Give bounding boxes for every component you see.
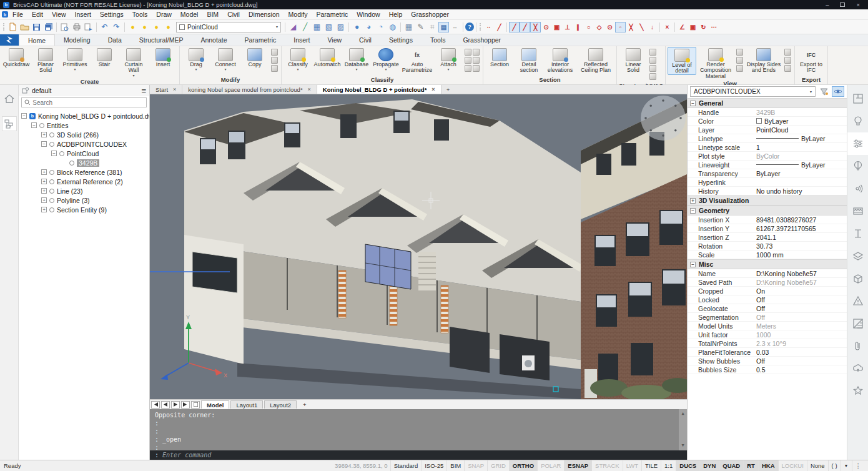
panel-components-icon[interactable] bbox=[847, 267, 868, 290]
tree-node-block-reference[interactable]: +Block Reference (381) bbox=[21, 167, 149, 177]
menu-bim[interactable]: BIM bbox=[202, 10, 223, 19]
expand-icon[interactable]: + bbox=[41, 207, 47, 212]
ribbon-button-auto-parametrize[interactable]: fxAuto Parametrize bbox=[401, 47, 433, 74]
layer-on-off-icon[interactable]: ● bbox=[127, 21, 139, 33]
menu-dimension[interactable]: Dimension bbox=[244, 10, 284, 19]
status-lwt[interactable]: LWT bbox=[623, 460, 641, 471]
bulb-grid-1-icon[interactable] bbox=[736, 49, 743, 56]
menu-insert[interactable]: Insert bbox=[71, 10, 96, 19]
panel-bookmarks-icon[interactable] bbox=[847, 380, 868, 402]
profile-1-icon[interactable] bbox=[649, 49, 656, 56]
snap-tangent-icon[interactable]: ○ bbox=[583, 22, 594, 32]
filter-icon[interactable] bbox=[817, 86, 830, 97]
ribbon-button-stair[interactable]: Stair bbox=[90, 47, 119, 67]
status-dyn[interactable]: DYN bbox=[699, 460, 719, 471]
doc-tab-space-model[interactable]: koning Nobel space model from pointcloud… bbox=[182, 85, 317, 94]
status-standard[interactable]: Standard bbox=[390, 460, 422, 471]
layout-tab-layout1[interactable]: Layout1 bbox=[230, 400, 263, 409]
doc-tab-active-drawing[interactable]: Koning Nobel_BLDG D + pointcloud*× bbox=[317, 85, 441, 94]
tree-node-3d-solid[interactable]: +3D Solid (266) bbox=[21, 130, 149, 139]
panel-cloud-icon[interactable] bbox=[847, 357, 868, 380]
model-viewport[interactable]: Y X bbox=[150, 94, 687, 399]
menu-help[interactable]: Help bbox=[385, 10, 407, 19]
cube-iso-icon[interactable] bbox=[784, 65, 791, 72]
panel-floorplan-icon[interactable] bbox=[847, 87, 868, 110]
ribbon-button-detail-section[interactable]: Detail section bbox=[515, 47, 543, 74]
expand-tool-icon[interactable]: ↔ bbox=[449, 21, 461, 33]
expand-icon[interactable]: + bbox=[41, 169, 47, 175]
view-sphere-4-icon[interactable]: ◍ bbox=[387, 21, 398, 33]
collapse-icon[interactable]: − bbox=[51, 151, 57, 156]
ribbon-button-section[interactable]: Section bbox=[485, 47, 514, 67]
status-annotation[interactable]: None bbox=[807, 460, 828, 471]
layout-list-button[interactable] bbox=[191, 401, 200, 409]
prop-row-model-units[interactable]: Model UnitsMeters bbox=[688, 322, 847, 330]
snap-parallel-icon[interactable]: ∥ bbox=[573, 22, 583, 32]
prop-row-name[interactable]: NameD:\Koning Nobel\e57 bbox=[688, 269, 847, 278]
collapse-icon[interactable]: − bbox=[41, 141, 47, 147]
scroll-down-icon[interactable]: ▼ bbox=[681, 442, 684, 450]
snap-apparent-icon[interactable]: ⊙ bbox=[604, 22, 615, 32]
prop-row-unit-factor[interactable]: Unit factor1000 bbox=[688, 330, 847, 339]
status-snap[interactable]: SNAP bbox=[464, 460, 487, 471]
status-polar[interactable]: POLAR bbox=[537, 460, 564, 471]
panel-lamp-icon[interactable] bbox=[847, 110, 868, 132]
ribbon-button-interior-elevations[interactable]: Interior elevations bbox=[544, 47, 576, 74]
snap-track-icon[interactable]: ⋯ bbox=[709, 22, 719, 32]
preview-button[interactable] bbox=[59, 21, 71, 33]
ribbon-button-planar-solid[interactable]: Planar Solid bbox=[31, 47, 60, 74]
tab-settings[interactable]: Settings bbox=[380, 34, 422, 46]
menu-parametric[interactable]: Parametric bbox=[312, 10, 353, 19]
prop-row-scale[interactable]: Scale1000 mm bbox=[688, 250, 847, 259]
snap-nearest-icon[interactable]: ╱ bbox=[509, 22, 520, 32]
next-layout-button[interactable] bbox=[171, 401, 180, 409]
tree-node-external-reference[interactable]: +External Reference (2) bbox=[21, 177, 149, 186]
bim-classify-3-icon[interactable]: ▨ bbox=[335, 21, 347, 33]
status-scale[interactable]: 1:1 bbox=[661, 460, 676, 471]
prop-row-saved-path[interactable]: Saved PathD:\Koning Nobel\e57 bbox=[688, 278, 847, 287]
ribbon-button-render-composition-material[interactable]: Render Composition Material bbox=[697, 47, 734, 79]
view-sphere-3-icon[interactable]: ◔ bbox=[375, 21, 387, 33]
snap-midpoint-icon[interactable]: ╱ bbox=[494, 22, 505, 32]
minimize-button[interactable]: – bbox=[826, 1, 829, 8]
panel-profiles-icon[interactable] bbox=[847, 222, 868, 245]
viewport-3d-scene[interactable]: Y X bbox=[150, 94, 687, 399]
tab-view[interactable]: View bbox=[319, 34, 351, 46]
prop-row-insertion-x[interactable]: Insertion X89481.03089276027 bbox=[688, 216, 847, 224]
snap-extension-icon[interactable]: ↓ bbox=[647, 22, 658, 32]
ribbon-button-connect[interactable]: Connect▾ bbox=[211, 47, 240, 71]
command-input[interactable]: : Enter command bbox=[150, 450, 687, 460]
visibility-icon[interactable] bbox=[832, 86, 844, 97]
expand-icon[interactable]: + bbox=[41, 179, 47, 184]
globe-icon[interactable] bbox=[473, 57, 480, 64]
snap-none-icon[interactable]: × bbox=[662, 22, 673, 32]
structure-config-name[interactable]: default bbox=[32, 87, 52, 94]
section-3d-visualization[interactable]: +3D Visualization bbox=[688, 196, 847, 206]
prop-row-linetype-scale[interactable]: Linetype scale1 bbox=[688, 143, 847, 152]
ribbon-button-primitives[interactable]: Primitives▾ bbox=[61, 47, 89, 71]
tab-civil[interactable]: Civil bbox=[350, 34, 380, 46]
layout-tab-layout2[interactable]: Layout2 bbox=[264, 400, 297, 409]
close-button[interactable]: × bbox=[856, 1, 860, 8]
snap-box-icon[interactable]: ▣ bbox=[688, 22, 698, 32]
tab-structural-mep[interactable]: Structural/MEP bbox=[131, 34, 192, 46]
status-iso25[interactable]: ISO-25 bbox=[421, 460, 446, 471]
prop-row-rotation[interactable]: Rotation30.73 bbox=[688, 242, 847, 250]
bim-classify-2-icon[interactable]: ▧ bbox=[323, 21, 335, 33]
tree-node-line[interactable]: +Line (23) bbox=[21, 186, 149, 196]
doc-tab-start[interactable]: Start× bbox=[150, 85, 182, 94]
cube-side-icon[interactable] bbox=[784, 57, 791, 64]
prop-row-totalnrpoints[interactable]: TotalNrPoints2.3 x 10^9 bbox=[688, 339, 847, 348]
tree-node-section-entity[interactable]: +Section Entity (9) bbox=[21, 205, 149, 214]
prop-row-history[interactable]: HistoryNo undo history bbox=[688, 187, 847, 196]
prop-row-plot-style[interactable]: Plot styleByColor bbox=[688, 152, 847, 161]
panel-materials-icon[interactable] bbox=[847, 200, 868, 222]
attachments-tool-icon[interactable]: ⌗ bbox=[427, 21, 438, 33]
status-ortho[interactable]: ORTHO bbox=[509, 460, 537, 471]
resize-grip[interactable]: ⋮ bbox=[852, 460, 865, 471]
ribbon-button-insert[interactable]: Insert bbox=[149, 47, 177, 67]
snap-clear-icon[interactable]: ╳ bbox=[626, 22, 636, 32]
menu-grasshopper[interactable]: Grasshopper bbox=[407, 10, 453, 19]
print-button[interactable] bbox=[71, 21, 82, 33]
snap-node-icon[interactable]: ╱ bbox=[520, 22, 530, 32]
